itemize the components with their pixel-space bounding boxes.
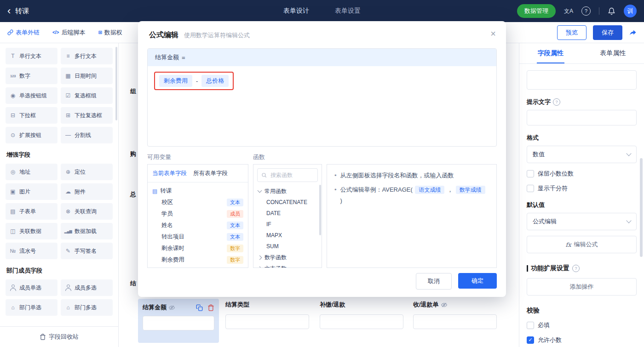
format-select[interactable]: 数值 [527,146,637,163]
function-group-label: 数学函数 [264,254,287,262]
sidebar-item-radio-group[interactable]: ◉单选按钮组 [6,87,58,104]
sidebar-item-select[interactable]: ⊟下拉框 [6,107,58,124]
checkbox-allow-decimal[interactable]: 允许小数 [527,336,637,344]
sidebar-item-extend-button[interactable]: ⊙扩展按钮 [6,127,58,143]
sidebar-item-image[interactable]: ▣图片 [6,183,58,200]
sidebar-item-multi-select[interactable]: ⊞下拉复选框 [61,107,113,124]
checkbox-keep-decimals[interactable]: 保留小数位数 [527,170,637,178]
formula-field-chip[interactable]: 剩余费用 [159,75,192,87]
checkbox-icon[interactable] [527,322,534,329]
sidebar-scrollbar[interactable] [115,47,117,120]
tab-form-design[interactable]: 表单设计 [283,7,309,15]
selected-field-input[interactable] [143,316,214,330]
sidebar-item-single-line-text[interactable]: T单行文本 [6,48,58,64]
sidebar-item-member-multi[interactable]: 成员多选 [61,279,113,296]
preview-button[interactable]: 预览 [557,25,586,40]
copy-field-icon[interactable] [196,304,203,311]
tab-all-form-fields[interactable]: 所有表单字段 [193,170,228,177]
toolbar-item-backend-script[interactable]: </> 后端脚本 [52,28,85,37]
sidebar-item-divider[interactable]: —分割线 [61,127,113,143]
delete-field-icon[interactable] [207,304,214,311]
sidebar-item-address[interactable]: ◎地址 [6,164,58,180]
functions-scrollbar[interactable] [319,185,321,235]
function-search-box[interactable] [257,168,318,182]
variable-row[interactable]: 剩余费用数字 [152,254,243,266]
field-palette-sidebar: T单行文本 ≡多行文本 123数字 ▦日期时间 ◉单选按钮组 ☑复选框组 ⊟下拉… [0,43,119,347]
back-icon[interactable]: ‹ [7,6,11,16]
toolbar-item-external-link[interactable]: 表单外链 [7,28,40,37]
canvas-field-input[interactable] [320,314,403,329]
share-icon[interactable] [629,28,637,36]
close-icon[interactable]: × [490,28,496,39]
sidebar-item-multi-line-text[interactable]: ≡多行文本 [61,48,113,64]
function-item[interactable]: IF [253,219,322,230]
selected-field-card[interactable]: 结算金额 [138,299,219,343]
sidebar-item-data-load[interactable]: ▂▄▆数据加载 [61,223,113,239]
function-group-common[interactable]: 常用函数 [253,186,322,197]
function-group-math[interactable]: 数学函数 [253,252,322,263]
help-tip-text: 公式编辑举例：AVERAGE( 语文成绩 ， 数学成绩 ) [340,184,489,207]
form-node[interactable]: ▤ 转课 [152,185,243,197]
function-item[interactable]: MAPX [253,230,322,241]
checkbox-icon[interactable] [527,185,534,192]
add-action-button[interactable]: 添加操作 [527,278,637,296]
sidebar-item-location[interactable]: ⊕定位 [61,164,113,180]
sidebar-item-member-single[interactable]: 成员单选 [6,279,58,296]
variable-row[interactable]: 姓名文本 [152,220,243,231]
sidebar-item-serial-number[interactable]: №流水号 [6,243,58,259]
sidebar-item-dept-single[interactable]: ⌂部门单选 [6,299,58,316]
formula-input-area[interactable]: 剩余费用 - 总价格 [148,66,496,146]
sidebar-item-attachment[interactable]: ☁附件 [61,183,113,200]
tab-field-properties[interactable]: 字段属性 [519,43,582,63]
function-item[interactable]: SUM [253,241,322,252]
data-manage-button[interactable]: 数据管理 [517,4,556,18]
sidebar-item-number[interactable]: 123数字 [6,68,58,84]
toolbar-item-data-permission[interactable]: ⊞ 数据权 [98,28,122,37]
tab-form-settings[interactable]: 表单设置 [335,7,361,15]
sidebar-item-subform[interactable]: ▤子表单 [6,203,58,220]
canvas-field-refund[interactable]: 补缴/退款 [320,301,403,329]
sidebar-item-signature[interactable]: ✎手写签名 [61,243,113,259]
canvas-field-input[interactable] [225,314,309,329]
sidebar-item-datetime[interactable]: ▦日期时间 [61,68,113,84]
edit-formula-button[interactable]: fx 编辑公式 [527,236,637,253]
function-item[interactable]: DATE [253,208,322,219]
field-title-input[interactable] [527,70,637,90]
sidebar-item-checkbox-group[interactable]: ☑复选框组 [61,87,113,104]
subform-icon: ▤ [9,208,17,215]
checkbox-icon[interactable] [527,170,534,177]
type-tag: 数字 [227,245,243,252]
translate-icon[interactable]: 文A [564,7,573,15]
tab-current-form-fields[interactable]: 当前表单字段 [152,170,187,177]
question-icon[interactable]: ? [553,98,560,106]
canvas-field-receipt[interactable]: 收/退款单 [413,301,497,329]
formula-field-chip[interactable]: 总价格 [201,75,229,87]
checkbox-icon-checked[interactable] [527,336,534,344]
checkbox-thousands[interactable]: 显示千分符 [527,184,637,193]
checkbox-required[interactable]: 必填 [527,321,637,330]
variable-row[interactable]: 校区文本 [152,197,243,208]
cancel-button[interactable]: 取消 [416,273,452,290]
sidebar-item-linked-query[interactable]: ⊗关联查询 [61,203,113,220]
function-item[interactable]: CONCATENATE [253,197,322,208]
field-type-label: 附件 [75,188,86,196]
confirm-button[interactable]: 确定 [458,273,497,289]
default-value-select[interactable]: 公式编辑 [527,213,637,230]
field-recycle-bin[interactable]: 字段回收站 [0,326,118,347]
canvas-field-input[interactable] [413,314,497,329]
variable-row[interactable]: 学员成员 [152,208,243,220]
canvas-field-settle-type[interactable]: 结算类型 [225,301,309,329]
hint-text-input[interactable] [527,110,637,125]
save-button[interactable]: 保存 [593,25,622,40]
question-icon[interactable]: ? [572,265,580,272]
function-search-input[interactable] [270,171,314,179]
variable-row[interactable]: 剩余课时数字 [152,243,243,254]
bell-icon[interactable] [608,7,615,15]
sidebar-item-dept-multi[interactable]: ⌂部门多选 [61,299,113,316]
sidebar-item-linked-data[interactable]: ◫关联数据 [6,223,58,239]
help-icon[interactable]: ? [581,6,591,16]
tab-form-properties[interactable]: 表单属性 [582,43,644,63]
variable-row[interactable]: 转出项目文本 [152,231,243,243]
avatar[interactable]: 训 [624,5,637,17]
properties-scrollbar[interactable] [640,158,643,257]
